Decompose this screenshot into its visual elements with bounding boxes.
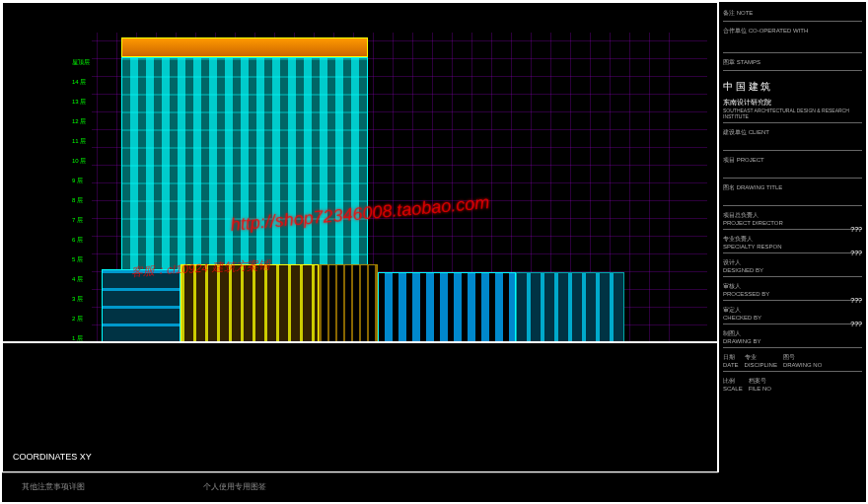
- project-label: 项目 PROJECT: [723, 157, 764, 163]
- stamp-label: 图章 STAMPS: [723, 59, 760, 65]
- designed-label: 设计人: [723, 258, 862, 267]
- podium-block-b: [181, 264, 319, 343]
- processed-value: ???: [850, 297, 862, 304]
- podium-block-e: [516, 272, 624, 343]
- processed-en: PROCESSED BY: [723, 291, 862, 297]
- title-block: 备注 NOTE 合作单位 CO-OPERATED WITH 图章 STAMPS …: [718, 2, 866, 472]
- drawing-canvas[interactable]: (function(){ var g = document.currentScr…: [2, 2, 718, 472]
- respon-value: ???: [850, 250, 862, 256]
- company-logo-en: SOUTHEAST ARCHITECTURAL DESIGN & RESEARC…: [723, 108, 862, 119]
- discipline-label: 专业: [745, 353, 777, 362]
- respon-label: 专业负责人: [723, 235, 862, 244]
- drawn-en: DRAWING BY: [723, 338, 862, 344]
- floor-label: 7 层: [72, 216, 83, 225]
- company-logo-sub: 东南设计研究院: [723, 98, 862, 108]
- fileno-en: FILE NO: [749, 386, 771, 392]
- scale-en: SCALE: [723, 386, 743, 392]
- bottom-info-bar: 其他注意事项详图 个人使用专用图签: [2, 472, 718, 502]
- podium-block-c: [319, 264, 378, 343]
- floor-label: 2 层: [72, 315, 83, 324]
- fileno-label: 档案号: [749, 377, 771, 386]
- checked-label: 审定人: [723, 306, 862, 315]
- drawing-title-label: 图名 DRAWING TITLE: [723, 184, 782, 190]
- floor-label: 5 层: [72, 255, 83, 264]
- floor-label: 13 层: [72, 98, 86, 107]
- floor-label: 1 层: [72, 334, 83, 343]
- floor-label: 14 层: [72, 78, 86, 87]
- floor-label: 10 层: [72, 157, 86, 166]
- podium-block-d: [378, 272, 516, 343]
- tower-parapet: [121, 37, 368, 57]
- discipline-en: DISCIPLINE: [745, 362, 777, 368]
- director-en: PROJECT DIRECTOR: [723, 220, 862, 226]
- director-label: 项目总负责人: [723, 211, 862, 220]
- floor-label: 8 层: [72, 196, 83, 205]
- floor-label: 12 层: [72, 117, 86, 126]
- date-label: 日期: [723, 353, 739, 362]
- dwgno-label: 图号: [783, 353, 822, 362]
- respon-en: SPECIALTY RESPON: [723, 244, 862, 250]
- designed-en: DESIGNED BY: [723, 267, 862, 273]
- client-label: 建设单位 CLIENT: [723, 129, 769, 135]
- floor-label: 11 层: [72, 137, 86, 146]
- date-en: DATE: [723, 362, 739, 368]
- bottom-text-right: 个人使用专用图签: [203, 481, 266, 494]
- floor-label: 9 层: [72, 177, 83, 185]
- floor-label: 4 层: [72, 275, 83, 284]
- cad-viewport[interactable]: (function(){ var g = document.currentScr…: [0, 0, 868, 504]
- scale-label: 比例: [723, 377, 743, 386]
- processed-label: 审核人: [723, 282, 862, 291]
- floor-level-labels: 1 层2 层3 层4 层5 层6 层7 层8 层9 层10 层11 层12 层1…: [72, 37, 111, 343]
- dwgno-en: DRAWING NO: [783, 362, 822, 368]
- note-label: 备注 NOTE: [723, 10, 753, 16]
- checked-en: CHECKED BY: [723, 315, 862, 321]
- floor-label: 3 层: [72, 295, 83, 304]
- floor-label: 6 层: [72, 236, 83, 245]
- drawn-label: 制图人: [723, 329, 862, 338]
- podium-block-a: [102, 269, 181, 343]
- bottom-text-left: 其他注意事项详图: [22, 481, 85, 494]
- coop-label: 合作单位 CO-OPERATED WITH: [723, 28, 808, 34]
- checked-value: ???: [850, 321, 862, 327]
- floor-label: 屋顶层: [72, 58, 90, 67]
- coordinates-readout: COORDINATES XY: [13, 452, 92, 462]
- company-logo-cn: 中 国 建 筑: [723, 76, 862, 98]
- director-value: ???: [850, 226, 862, 233]
